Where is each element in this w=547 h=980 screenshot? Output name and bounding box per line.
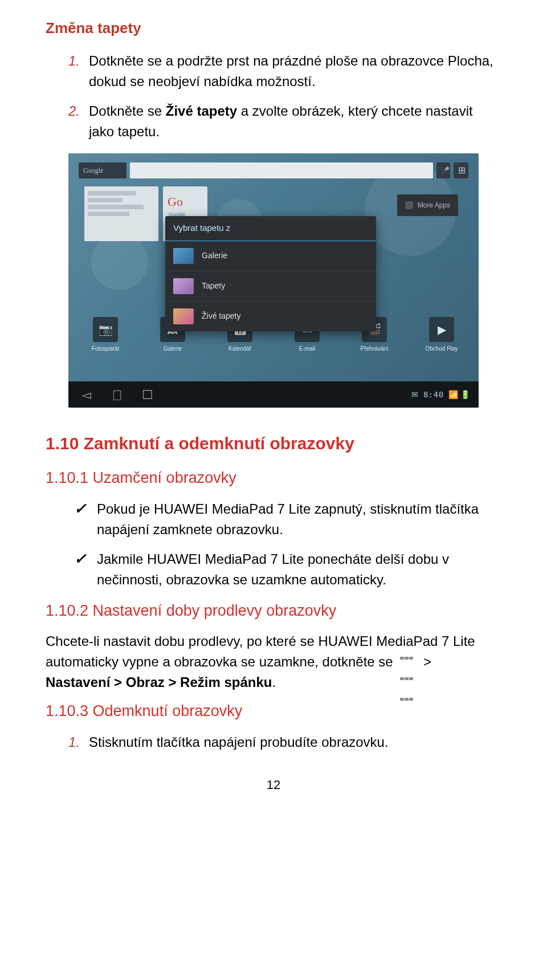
wallpaper-thumb-icon: [173, 278, 194, 294]
app-square-icon: [405, 201, 413, 209]
text-line: .: [272, 674, 276, 690]
mic-icon[interactable]: 🎤: [436, 162, 450, 178]
back-icon[interactable]: ◅: [76, 385, 96, 404]
text-line: Chcete-li nastavit dobu prodlevy, po kte…: [46, 633, 475, 649]
step-text: Dotkněte se a podržte prst na prázdné pl…: [89, 51, 501, 92]
step-number: 2.: [68, 101, 81, 142]
dock-app[interactable]: ▶Obchod Play: [422, 317, 462, 353]
app-label: Kalendář: [220, 344, 260, 353]
apps-grid-icon[interactable]: ⊞: [454, 162, 468, 178]
google-search-bar: Google 🎤 ⊞: [79, 162, 468, 178]
bullet-text: Jakmile HUAWEI MediaPad 7 Lite ponecháte…: [97, 549, 501, 590]
dialog-option-label: Živé tapety: [202, 310, 240, 322]
check-icon: ✓: [74, 499, 87, 540]
step-text: Dotkněte se Živé tapety a zvolte obrázek…: [89, 101, 501, 142]
more-apps-panel: More Apps: [397, 194, 458, 216]
heading-1101: 1.10.1 Uzamčení obrazovky: [46, 466, 501, 490]
google-logo: Google: [79, 162, 126, 178]
text-line: automaticky vypne a obrazovka se uzamkne…: [46, 654, 397, 669]
notification-icon: ✉: [411, 389, 419, 401]
heading-1103: 1.10.3 Odemknutí obrazovky: [46, 700, 501, 723]
app-label: Fotoaparát: [85, 344, 125, 353]
section-title: Změna tapety: [46, 17, 501, 39]
gallery-thumb-icon: [173, 248, 194, 264]
more-apps-label: More Apps: [418, 200, 450, 210]
status-icons: 📶 🔋: [448, 389, 471, 401]
app-label: E-mail: [287, 344, 327, 353]
breadcrumb-path: Nastavení > Obraz > Režim spánku: [46, 674, 272, 690]
live-wallpaper-thumb-icon: [173, 308, 194, 324]
check-icon: ✓: [74, 549, 87, 590]
dialog-option[interactable]: Tapety: [165, 271, 376, 302]
recent-icon[interactable]: ☐: [138, 385, 157, 404]
app-label: Obchod Play: [422, 344, 462, 353]
app-icon: ▶: [429, 317, 454, 342]
google-g-icon: Go: [165, 189, 205, 211]
paragraph: Chcete-li nastavit dobu prodlevy, po kte…: [46, 631, 501, 693]
tablet-screenshot: Google 🎤 ⊞ Go Google More Apps Vybrat ta…: [68, 153, 479, 408]
dialog-option[interactable]: Galerie: [165, 241, 376, 271]
dialog-title: Vybrat tapetu z: [165, 216, 376, 241]
dialog-option[interactable]: Živé tapety: [165, 302, 376, 331]
search-input[interactable]: [130, 162, 433, 178]
wallpaper-dialog: Vybrat tapetu z Galerie Tapety Živé tape…: [165, 216, 376, 331]
heading-110: 1.10 Zamknutí a odemknutí obrazovky: [46, 430, 501, 456]
apps-grid-icon: [400, 657, 416, 669]
nav-bar: ◅ ⎕ ☐ ✉ 8:40 📶 🔋: [68, 381, 479, 408]
text-line: >: [423, 654, 431, 669]
app-icon: 📷: [93, 317, 118, 342]
bullet-text: Pokud je HUAWEI MediaPad 7 Lite zapnutý,…: [97, 499, 501, 540]
app-label: Galerie: [153, 344, 193, 353]
home-icon[interactable]: ⎕: [107, 385, 126, 404]
step-item: 1. Stisknutím tlačítka napájení probudít…: [68, 732, 501, 753]
step-number: 1.: [68, 51, 81, 92]
dock-app[interactable]: 📷Fotoaparát: [85, 317, 125, 353]
step-number: 1.: [68, 732, 81, 753]
step-text: Stisknutím tlačítka napájení probudíte o…: [89, 732, 501, 753]
step-item: 2. Dotkněte se Živé tapety a zvolte obrá…: [68, 101, 501, 142]
clock: 8:40: [423, 389, 444, 401]
heading-1102: 1.10.2 Nastavení doby prodlevy obrazovky: [46, 599, 501, 623]
step-item: 1. Dotkněte se a podržte prst na prázdné…: [68, 51, 501, 92]
page-number: 12: [46, 775, 501, 794]
bullet-item: ✓ Pokud je HUAWEI MediaPad 7 Lite zapnut…: [74, 499, 501, 540]
app-label: Přehrávání: [354, 344, 394, 353]
widget-card: [84, 186, 158, 241]
dialog-option-label: Tapety: [202, 280, 225, 292]
bullet-item: ✓ Jakmile HUAWEI MediaPad 7 Lite ponechá…: [74, 549, 501, 590]
dialog-option-label: Galerie: [202, 250, 227, 262]
